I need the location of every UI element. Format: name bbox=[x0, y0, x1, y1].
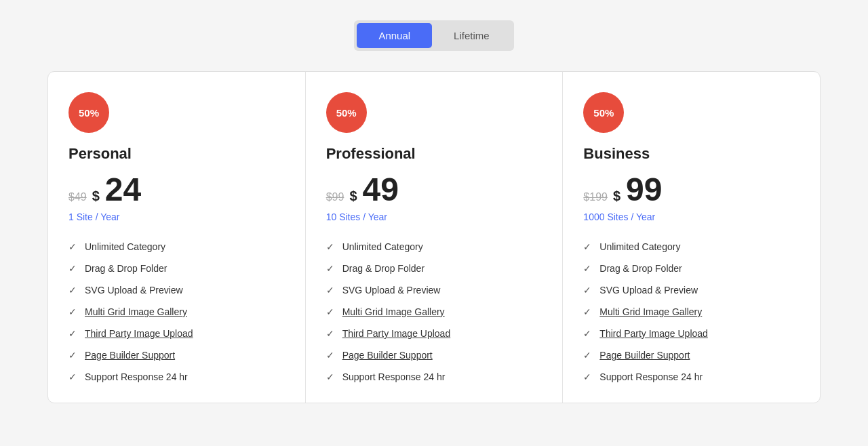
sale-price: 99 bbox=[626, 174, 662, 206]
feature-item: ✓ Unlimited Category bbox=[583, 241, 800, 252]
original-price: $49 bbox=[68, 191, 87, 203]
check-icon: ✓ bbox=[68, 306, 77, 317]
feature-item: ✓ Support Response 24 hr bbox=[326, 371, 542, 382]
check-icon: ✓ bbox=[326, 371, 334, 382]
price-row: $199 $ 99 bbox=[583, 174, 800, 206]
feature-text: Support Response 24 hr bbox=[85, 371, 188, 382]
discount-badge: 50% bbox=[583, 92, 624, 133]
check-icon: ✓ bbox=[583, 306, 591, 317]
check-icon: ✓ bbox=[583, 285, 591, 296]
feature-item: ✓ Third Party Image Upload bbox=[68, 328, 285, 339]
annual-button[interactable]: Annual bbox=[357, 23, 432, 48]
feature-item: ✓ Multi Grid Image Gallery bbox=[68, 306, 285, 317]
feature-item: ✓ SVG Upload & Preview bbox=[68, 285, 285, 296]
currency-symbol: $ bbox=[92, 188, 100, 204]
check-icon: ✓ bbox=[68, 263, 77, 274]
features-list: ✓ Unlimited Category ✓ Drag & Drop Folde… bbox=[326, 241, 542, 382]
feature-text: Unlimited Category bbox=[342, 241, 423, 252]
check-icon: ✓ bbox=[68, 285, 77, 296]
feature-text: SVG Upload & Preview bbox=[342, 285, 441, 296]
check-icon: ✓ bbox=[68, 328, 77, 339]
feature-text: Multi Grid Image Gallery bbox=[342, 306, 445, 317]
plan-card-business: 50% Business $199 $ 99 1000 Sites / Year… bbox=[563, 72, 820, 403]
check-icon: ✓ bbox=[583, 328, 591, 339]
original-price: $99 bbox=[326, 191, 344, 203]
plan-card-personal: 50% Personal $49 $ 24 1 Site / Year ✓ Un… bbox=[48, 72, 306, 403]
feature-text: Third Party Image Upload bbox=[85, 328, 193, 339]
feature-text: Page Builder Support bbox=[85, 350, 175, 361]
feature-text: Multi Grid Image Gallery bbox=[599, 306, 702, 317]
billing-period: 1000 Sites / Year bbox=[583, 211, 800, 222]
feature-text: Third Party Image Upload bbox=[342, 328, 451, 339]
check-icon: ✓ bbox=[326, 306, 334, 317]
plan-card-professional: 50% Professional $99 $ 49 10 Sites / Yea… bbox=[306, 72, 564, 403]
check-icon: ✓ bbox=[326, 241, 334, 252]
sale-price: 24 bbox=[105, 174, 141, 206]
feature-item: ✓ Drag & Drop Folder bbox=[583, 263, 800, 274]
check-icon: ✓ bbox=[583, 241, 591, 252]
feature-text: Multi Grid Image Gallery bbox=[85, 306, 187, 317]
feature-item: ✓ Third Party Image Upload bbox=[583, 328, 800, 339]
feature-item: ✓ Unlimited Category bbox=[68, 241, 285, 252]
feature-text: Unlimited Category bbox=[85, 241, 165, 252]
check-icon: ✓ bbox=[583, 263, 591, 274]
feature-text: Drag & Drop Folder bbox=[599, 263, 682, 274]
check-icon: ✓ bbox=[326, 350, 334, 361]
plan-name: Professional bbox=[326, 145, 542, 163]
check-icon: ✓ bbox=[68, 241, 77, 252]
currency-symbol: $ bbox=[349, 188, 357, 204]
check-icon: ✓ bbox=[326, 285, 334, 296]
billing-toggle: Annual Lifetime bbox=[354, 20, 513, 51]
check-icon: ✓ bbox=[326, 263, 334, 274]
discount-badge: 50% bbox=[68, 92, 109, 133]
feature-item: ✓ Unlimited Category bbox=[326, 241, 542, 252]
features-list: ✓ Unlimited Category ✓ Drag & Drop Folde… bbox=[68, 241, 285, 382]
feature-text: SVG Upload & Preview bbox=[599, 285, 698, 296]
feature-item: ✓ Page Builder Support bbox=[326, 350, 542, 361]
feature-text: Support Response 24 hr bbox=[599, 371, 703, 382]
price-row: $99 $ 49 bbox=[326, 174, 542, 206]
plans-container: 50% Personal $49 $ 24 1 Site / Year ✓ Un… bbox=[47, 71, 821, 403]
feature-text: Page Builder Support bbox=[342, 350, 433, 361]
feature-item: ✓ Multi Grid Image Gallery bbox=[583, 306, 800, 317]
feature-item: ✓ Drag & Drop Folder bbox=[68, 263, 285, 274]
feature-text: Unlimited Category bbox=[599, 241, 680, 252]
currency-symbol: $ bbox=[613, 188, 620, 204]
feature-item: ✓ Page Builder Support bbox=[68, 350, 285, 361]
feature-item: ✓ Drag & Drop Folder bbox=[326, 263, 542, 274]
feature-item: ✓ Support Response 24 hr bbox=[68, 371, 285, 382]
check-icon: ✓ bbox=[68, 350, 77, 361]
features-list: ✓ Unlimited Category ✓ Drag & Drop Folde… bbox=[583, 241, 800, 382]
feature-text: Page Builder Support bbox=[599, 350, 690, 361]
check-icon: ✓ bbox=[583, 371, 591, 382]
feature-text: Drag & Drop Folder bbox=[85, 263, 167, 274]
billing-period: 10 Sites / Year bbox=[326, 211, 542, 222]
check-icon: ✓ bbox=[583, 350, 591, 361]
feature-item: ✓ Support Response 24 hr bbox=[583, 371, 800, 382]
discount-badge: 50% bbox=[326, 92, 367, 133]
feature-item: ✓ Multi Grid Image Gallery bbox=[326, 306, 542, 317]
original-price: $199 bbox=[583, 191, 608, 203]
feature-text: SVG Upload & Preview bbox=[85, 285, 183, 296]
feature-text: Drag & Drop Folder bbox=[342, 263, 425, 274]
feature-text: Support Response 24 hr bbox=[342, 371, 446, 382]
feature-item: ✓ Third Party Image Upload bbox=[326, 328, 542, 339]
price-row: $49 $ 24 bbox=[68, 174, 285, 206]
lifetime-button[interactable]: Lifetime bbox=[432, 23, 511, 48]
check-icon: ✓ bbox=[68, 371, 77, 382]
billing-period: 1 Site / Year bbox=[68, 211, 285, 222]
sale-price: 49 bbox=[363, 174, 399, 206]
plan-name: Business bbox=[583, 145, 800, 163]
feature-text: Third Party Image Upload bbox=[599, 328, 708, 339]
plan-name: Personal bbox=[68, 145, 285, 163]
feature-item: ✓ SVG Upload & Preview bbox=[583, 285, 800, 296]
check-icon: ✓ bbox=[326, 328, 334, 339]
feature-item: ✓ SVG Upload & Preview bbox=[326, 285, 542, 296]
feature-item: ✓ Page Builder Support bbox=[583, 350, 800, 361]
